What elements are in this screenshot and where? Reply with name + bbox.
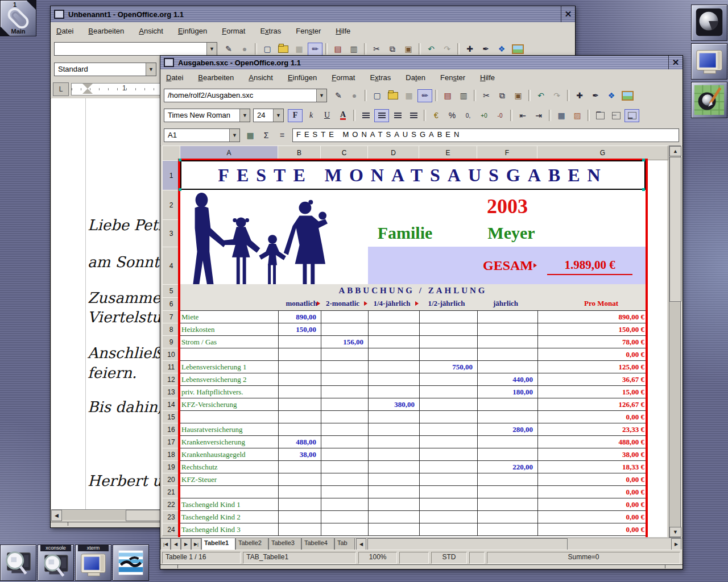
cut-icon[interactable]: ✂ bbox=[369, 43, 384, 56]
last-sheet-icon[interactable]: ▶| bbox=[191, 538, 201, 550]
stylist-icon[interactable]: ✒ bbox=[478, 43, 493, 56]
table-row-8[interactable]: Heizkosten150,00150,00 € bbox=[180, 323, 646, 336]
align-right-button[interactable] bbox=[390, 109, 405, 122]
gallery-icon[interactable] bbox=[510, 43, 525, 56]
hyperlink-bar-icon[interactable]: ❖ bbox=[604, 89, 619, 102]
menu-hilfe[interactable]: Hilfe bbox=[336, 27, 350, 35]
pro-monat-cell[interactable]: 0,00 € bbox=[537, 511, 644, 523]
percent-format-icon[interactable]: % bbox=[445, 109, 460, 122]
edit-file-icon[interactable]: ✏ bbox=[308, 43, 322, 56]
value-cell[interactable]: 890,00 bbox=[278, 311, 316, 323]
function-icon[interactable]: = bbox=[275, 129, 289, 142]
table-row-9[interactable]: Strom / Gas156,0078,00 € bbox=[180, 335, 646, 348]
table-row-11[interactable]: Lebensversicherung 1750,00125,00 € bbox=[180, 360, 646, 373]
pro-monat-cell[interactable]: 488,00 € bbox=[537, 436, 644, 448]
decrease-indent-icon[interactable]: ⇤ bbox=[515, 109, 530, 122]
print-file-icon[interactable]: ▤ bbox=[440, 89, 455, 102]
value-cell[interactable]: 280,00 bbox=[477, 423, 533, 435]
menu-bearbeiten[interactable]: Bearbeiten bbox=[198, 73, 234, 82]
prev-sheet-icon[interactable]: ◀ bbox=[171, 538, 181, 550]
table-row-10[interactable]: 0,00 € bbox=[180, 348, 646, 361]
row-header-10[interactable]: 10 bbox=[162, 348, 180, 361]
row-header-8[interactable]: 8 bbox=[162, 323, 180, 336]
next-sheet-icon[interactable]: ▶ bbox=[181, 538, 191, 550]
writer-titlebar[interactable]: Unbenannt1 - OpenOffice.org 1.1 ✕ bbox=[51, 6, 575, 23]
sheet-tab-Tabelle4[interactable]: Tabelle4 bbox=[301, 538, 334, 550]
load-url-icon[interactable]: ✎ bbox=[221, 43, 236, 56]
stop-loading-icon[interactable]: ● bbox=[347, 89, 362, 102]
row-label[interactable]: Heizkosten bbox=[181, 323, 277, 335]
calc-grid[interactable]: ABCDEFG 12345678910111213141516171819202… bbox=[161, 146, 682, 538]
table-row-7[interactable]: Miete890,00890,00 € bbox=[180, 310, 646, 323]
row-header-13[interactable]: 13 bbox=[162, 385, 180, 398]
print-direct-icon[interactable]: ▥ bbox=[456, 89, 471, 102]
valign-center-icon[interactable]: ─ bbox=[609, 109, 623, 122]
column-header-cell-2-monatlic[interactable]: 2-monatlic bbox=[321, 297, 366, 310]
paragraph-style-value[interactable]: Standard bbox=[55, 63, 146, 76]
menu-extras[interactable]: Extras bbox=[370, 73, 391, 82]
table-row-13[interactable]: priv. Haftpflichtvers.180,0015,00 € bbox=[180, 385, 646, 398]
row-label[interactable]: Krankenhaustagegeld bbox=[181, 448, 277, 460]
value-cell[interactable]: 750,00 bbox=[419, 361, 473, 373]
align-center-button[interactable] bbox=[374, 109, 389, 122]
pro-monat-cell[interactable]: 38,00 € bbox=[537, 448, 644, 460]
row-header-1[interactable]: 1 bbox=[162, 160, 180, 190]
row-header-17[interactable]: 17 bbox=[162, 435, 180, 448]
dock-app-openoffice[interactable] bbox=[113, 544, 149, 581]
value-cell[interactable]: 38,00 bbox=[278, 448, 316, 460]
value-cell[interactable]: 180,00 bbox=[477, 386, 533, 398]
calc-resize-bar[interactable] bbox=[160, 564, 682, 568]
font-name-combobox[interactable]: Times New Roman ▼ bbox=[164, 109, 250, 122]
workspace-clip[interactable]: 1 Main bbox=[0, 0, 36, 36]
formula-input[interactable]: FESTE MONATSAUSGABEN bbox=[292, 128, 679, 142]
table-row-12[interactable]: Lebensversicherung 2440,0036,67 € bbox=[180, 373, 646, 386]
indent-marker-bottom-icon[interactable] bbox=[82, 89, 93, 94]
font-name-dropdown-icon[interactable]: ▼ bbox=[239, 109, 250, 122]
pro-monat-cell[interactable]: 23,33 € bbox=[537, 423, 644, 435]
column-header-D[interactable]: D bbox=[367, 146, 419, 160]
menu-einfügen[interactable]: Einfügen bbox=[288, 73, 317, 82]
table-row-15[interactable]: 0,00 € bbox=[180, 410, 646, 423]
row-header-15[interactable]: 15 bbox=[162, 410, 180, 423]
writer-url-value[interactable] bbox=[55, 43, 206, 55]
paste-icon[interactable]: ▣ bbox=[401, 43, 416, 56]
column-header-cell-1/2-jährlich[interactable]: 1/2-jährlich bbox=[419, 297, 475, 310]
row-header-20[interactable]: 20 bbox=[162, 473, 180, 486]
cell-familie[interactable]: Familie bbox=[368, 221, 442, 246]
calc-url-dropdown-icon[interactable]: ▼ bbox=[316, 89, 326, 102]
tab-scroll-left-icon[interactable]: ◀ bbox=[356, 538, 366, 550]
sheet-tab-Tabelle1[interactable]: Tabelle1 bbox=[201, 538, 235, 550]
pro-monat-cell[interactable]: 0,00 € bbox=[537, 523, 644, 535]
calc-titlebar[interactable]: Ausgaben.sxc - OpenOffice.org 1.1 ✕ bbox=[160, 56, 682, 70]
style-dropdown-icon[interactable]: ▼ bbox=[146, 63, 156, 76]
row-header-3[interactable]: 3 bbox=[162, 219, 180, 247]
cell-ref-dropdown-icon[interactable]: ▼ bbox=[229, 129, 239, 142]
sheet-tab-Tabelle2[interactable]: Tabelle2 bbox=[235, 538, 268, 550]
column-header-G[interactable]: G bbox=[537, 146, 668, 160]
increase-indent-icon[interactable]: ⇥ bbox=[531, 109, 546, 122]
redo-icon[interactable]: ↷ bbox=[440, 43, 454, 56]
cut-icon[interactable]: ✂ bbox=[479, 89, 494, 102]
pro-monat-cell[interactable]: 0,00 € bbox=[537, 473, 644, 485]
align-left-button[interactable] bbox=[358, 109, 373, 122]
print-direct-icon[interactable]: ▥ bbox=[346, 43, 361, 56]
background-color-icon[interactable]: ▨ bbox=[570, 109, 585, 122]
dock-app-sphere[interactable] bbox=[691, 5, 727, 41]
font-size-combobox[interactable]: 24 ▼ bbox=[253, 109, 284, 122]
cell-meyer[interactable]: Meyer bbox=[477, 221, 545, 246]
pro-monat-cell[interactable]: 125,00 € bbox=[537, 361, 644, 373]
row-header-5[interactable]: 5 bbox=[162, 284, 180, 298]
column-header-E[interactable]: E bbox=[419, 146, 477, 160]
menu-hilfe[interactable]: Hilfe bbox=[480, 73, 495, 82]
menu-datei[interactable]: Datei bbox=[56, 27, 73, 35]
value-cell[interactable]: 440,00 bbox=[477, 373, 533, 385]
row-label[interactable]: Rechtschutz bbox=[181, 461, 277, 473]
font-size-value[interactable]: 24 bbox=[254, 109, 273, 122]
stylist-icon[interactable]: ✒ bbox=[588, 89, 603, 102]
cell-reference-value[interactable]: A1 bbox=[164, 129, 229, 142]
navigator-icon[interactable]: ✚ bbox=[572, 89, 587, 102]
calc-close-button[interactable]: ✕ bbox=[668, 56, 682, 69]
table-row-23[interactable]: Taschengeld Kind 20,00 € bbox=[180, 510, 646, 523]
row-label[interactable]: KFZ-Steuer bbox=[181, 473, 277, 485]
sheet-tab-Tab[interactable]: Tab bbox=[334, 538, 355, 550]
